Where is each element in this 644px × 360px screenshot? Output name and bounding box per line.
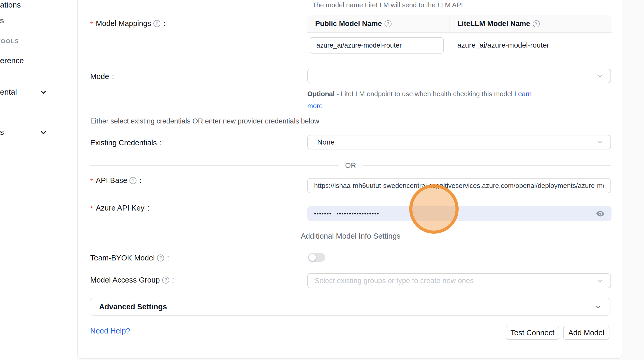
model-access-group-input[interactable]: [315, 277, 596, 285]
api-base-input[interactable]: [307, 178, 611, 193]
credentials-note: Either select existing credentials OR en…: [90, 117, 319, 125]
public-model-name-input[interactable]: [310, 37, 444, 54]
team-byok-label: Team-BYOK Model ? :: [90, 253, 169, 263]
mode-help-text: Optional - LiteLLM endpoint to use when …: [307, 88, 536, 112]
required-asterisk: *: [90, 20, 93, 28]
azure-api-key-label: * Azure API Key :: [90, 203, 149, 213]
masked-password-dots: •••••••: [314, 210, 332, 217]
column-header-public-model-name: Public Model Name ?: [307, 19, 450, 28]
table-row: azure_ai/azure-model-router: [307, 33, 612, 58]
help-icon[interactable]: ?: [129, 177, 136, 184]
team-byok-toggle[interactable]: [308, 253, 325, 262]
sidebar-item[interactable]: s: [0, 128, 4, 137]
model-access-group-label: Model Access Group ? :: [90, 275, 174, 285]
azure-api-key-input[interactable]: ••••••• •••••••••••••••••: [307, 206, 612, 221]
column-header-litellm-model-name: LiteLLM Model Name ?: [450, 19, 540, 28]
help-icon[interactable]: ?: [162, 277, 169, 284]
mode-select[interactable]: [307, 69, 611, 83]
sidebar-item[interactable]: s: [0, 16, 4, 25]
chevron-down-icon[interactable]: [40, 88, 47, 96]
sidebar-item[interactable]: erence: [0, 56, 24, 65]
sidebar-item[interactable]: ental: [0, 88, 17, 96]
help-icon[interactable]: ?: [385, 20, 392, 27]
litellm-model-name-value: azure_ai/azure-model-router: [457, 33, 549, 58]
model-mappings-table: Public Model Name ? LiteLLM Model Name ?…: [307, 15, 612, 58]
model-mappings-label: * Model Mappings ? :: [90, 18, 165, 29]
model-access-group-select[interactable]: [307, 273, 611, 288]
chevron-down-icon: [596, 139, 604, 146]
test-connect-button[interactable]: Test Connect: [506, 326, 559, 340]
api-base-label: * API Base ? :: [90, 175, 141, 186]
required-asterisk: *: [90, 205, 93, 213]
sidebar: ations s TOOLS erence ental s: [0, 0, 77, 360]
eye-icon[interactable]: [596, 211, 605, 217]
sidebar-item[interactable]: ations: [0, 1, 21, 9]
existing-credentials-value: None: [315, 138, 335, 146]
advanced-settings-title: Advanced Settings: [99, 303, 167, 311]
chevron-down-icon[interactable]: [40, 129, 47, 136]
advanced-settings-header[interactable]: Advanced Settings: [90, 298, 610, 316]
existing-credentials-select[interactable]: None: [307, 135, 611, 149]
sidebar-section-tools: TOOLS: [0, 38, 19, 45]
required-asterisk: *: [90, 177, 93, 185]
additional-settings-divider: Additional Model Info Settings: [90, 232, 611, 240]
existing-credentials-label: Existing Credentials :: [90, 138, 162, 148]
mode-label: Mode :: [90, 71, 114, 82]
column-divider: [450, 15, 450, 32]
chevron-down-icon: [596, 277, 604, 284]
or-divider: OR: [90, 161, 611, 170]
app-viewport: ations s TOOLS erence ental s The model …: [0, 0, 644, 360]
add-model-form-card: The model name LiteLLM will send to the …: [77, 0, 622, 359]
masked-password-dots: •••••••••••••••••: [336, 210, 379, 217]
toggle-knob: [309, 254, 316, 261]
help-icon[interactable]: ?: [157, 254, 164, 261]
chevron-down-icon: [596, 72, 604, 80]
model-mappings-table-header: Public Model Name ? LiteLLM Model Name ?: [307, 15, 612, 33]
model-mapping-hint: The model name LiteLLM will send to the …: [312, 1, 463, 9]
help-icon[interactable]: ?: [153, 20, 160, 27]
add-model-button[interactable]: Add Model: [563, 326, 609, 340]
help-icon[interactable]: ?: [533, 20, 540, 27]
chevron-down-icon: [594, 303, 602, 311]
need-help-link[interactable]: Need Help?: [90, 327, 130, 335]
